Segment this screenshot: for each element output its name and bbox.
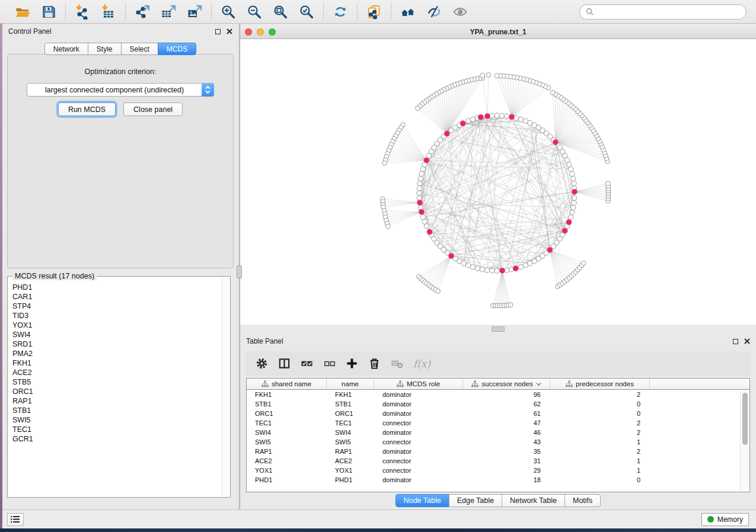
show-graphics-details-button[interactable] — [451, 3, 469, 21]
tab-mcds[interactable]: MCDS — [158, 43, 196, 55]
close-window-icon[interactable] — [245, 28, 252, 36]
networks-home-button[interactable] — [399, 3, 417, 21]
column-header-shared-name[interactable]: shared name — [247, 379, 327, 389]
delete-table-icon — [391, 357, 403, 370]
refresh-layout-button[interactable] — [331, 3, 349, 21]
search-box[interactable] — [579, 4, 747, 20]
table-cell: connector — [374, 457, 463, 464]
clone-network-button[interactable] — [365, 3, 383, 21]
table-cell: RAP1 — [247, 448, 327, 455]
result-node[interactable]: STP4 — [12, 302, 222, 311]
table-row[interactable]: YOX1YOX1connector291 — [247, 466, 749, 475]
table-row[interactable]: TEC1TEC1connector472 — [247, 418, 749, 428]
hide-graphics-details-button[interactable] — [425, 3, 443, 21]
function-builder-button[interactable]: f(x) — [413, 358, 430, 370]
float-table-panel-icon[interactable] — [733, 339, 738, 344]
close-panel-icon[interactable] — [227, 28, 232, 34]
result-node[interactable]: FKH1 — [12, 358, 222, 368]
result-node[interactable]: SWI5 — [12, 415, 222, 425]
close-panel-button[interactable]: Close panel — [123, 102, 183, 116]
zoom-in-button[interactable] — [219, 3, 237, 21]
column-header-name[interactable]: name — [327, 379, 374, 389]
table-cell: dominator — [374, 391, 463, 398]
settings-button[interactable] — [256, 357, 268, 370]
result-node[interactable]: YOX1 — [12, 321, 222, 330]
table-row[interactable]: ACE2ACE2connector311 — [247, 456, 749, 466]
memory-button[interactable]: Memory — [701, 513, 749, 526]
result-node[interactable]: CAR1 — [12, 292, 222, 302]
delete-icon — [368, 357, 381, 370]
result-node[interactable]: RAP1 — [12, 396, 222, 406]
export-table-button[interactable] — [160, 3, 177, 21]
tab-motifs[interactable]: Motifs — [564, 494, 601, 507]
result-node[interactable]: ACE2 — [12, 368, 222, 377]
add-button[interactable] — [346, 357, 358, 370]
network-view-window: YPA_prune.txt_1 — [240, 25, 756, 325]
mcds-result-list[interactable]: PHD1CAR1STP4TID3YOX1SWI4SRD1PMA2FKH1ACE2… — [12, 283, 222, 496]
result-node[interactable]: PHD1 — [12, 283, 222, 292]
import-network-button[interactable] — [74, 3, 91, 21]
tab-node-table[interactable]: Node Table — [395, 494, 449, 507]
result-node[interactable]: ORC1 — [12, 387, 222, 396]
table-row[interactable]: STB1STB1dominator620 — [247, 399, 749, 409]
table-row[interactable]: FKH1FKH1dominator962 — [247, 390, 749, 399]
table-scrollbar[interactable] — [740, 390, 749, 491]
result-node[interactable]: GCR1 — [12, 434, 222, 444]
export-image-button[interactable] — [186, 3, 203, 21]
network-graph[interactable] — [240, 39, 756, 325]
table-scrollbar-thumb[interactable] — [742, 393, 748, 445]
maximize-window-icon[interactable] — [269, 28, 276, 36]
import-table-button[interactable] — [100, 3, 117, 21]
tab-select[interactable]: Select — [121, 43, 158, 55]
column-header-MCDS-role[interactable]: MCDS role — [374, 379, 463, 389]
close-table-panel-icon[interactable] — [744, 338, 750, 344]
select-all-button[interactable] — [301, 357, 313, 370]
result-node[interactable]: TID3 — [12, 311, 222, 321]
criterion-select[interactable]: largest connected component (undirected) — [27, 83, 214, 97]
save-button[interactable] — [40, 3, 58, 21]
table-cell: ACE2 — [327, 457, 374, 464]
zoom-out-button[interactable] — [245, 3, 263, 21]
zoom-selected-button[interactable] — [298, 3, 315, 21]
result-node[interactable]: STB1 — [12, 406, 222, 415]
task-history-button[interactable] — [7, 513, 24, 526]
tab-style[interactable]: Style — [88, 43, 122, 55]
vertical-splitter-grip[interactable] — [237, 265, 242, 278]
result-node[interactable]: PMA2 — [12, 349, 222, 358]
column-label: predecessor nodes — [576, 380, 634, 387]
tab-network-table[interactable]: Network Table — [502, 494, 565, 507]
table-row[interactable]: SWI4SWI4dominator462 — [247, 428, 749, 437]
export-network-button[interactable] — [133, 3, 151, 21]
tab-network[interactable]: Network — [44, 43, 88, 55]
table-row[interactable]: RAP1RAP1dominator352 — [247, 447, 749, 456]
horizontal-splitter[interactable] — [240, 325, 756, 334]
column-header-successor-nodes[interactable]: successor nodes — [463, 379, 550, 389]
horizontal-splitter-grip[interactable] — [492, 326, 505, 332]
float-panel-icon[interactable] — [215, 29, 221, 34]
table-cell: ORC1 — [247, 410, 327, 417]
table-row[interactable]: PHD1PHD1dominator180 — [247, 475, 749, 485]
search-input[interactable] — [597, 8, 740, 16]
zoom-fit-button[interactable] — [272, 3, 289, 21]
network-canvas[interactable] — [240, 39, 756, 325]
table-cell: FKH1 — [247, 391, 327, 398]
result-node[interactable]: STB5 — [12, 377, 222, 387]
tab-edge-table[interactable]: Edge Table — [449, 494, 502, 507]
open-folder-button[interactable] — [14, 3, 31, 21]
deselect-all-button[interactable] — [323, 357, 336, 370]
result-scrollbar[interactable] — [222, 277, 229, 496]
columns-button[interactable] — [278, 357, 291, 370]
zoom-selected-icon — [299, 4, 314, 20]
table-row[interactable]: SWI5SWI5connector431 — [247, 437, 749, 447]
network-view-titlebar[interactable]: YPA_prune.txt_1 — [240, 25, 756, 39]
result-node[interactable]: TEC1 — [12, 425, 222, 434]
result-node[interactable]: SRD1 — [12, 339, 222, 349]
result-node[interactable]: SWI4 — [12, 330, 222, 339]
run-mcds-button[interactable]: Run MCDS — [58, 102, 116, 116]
export-image-icon — [187, 4, 202, 20]
delete-table-button[interactable] — [391, 357, 403, 370]
table-row[interactable]: ORC1ORC1dominator610 — [247, 409, 749, 418]
minimize-window-icon[interactable] — [257, 28, 264, 36]
delete-button[interactable] — [368, 357, 381, 370]
column-header-predecessor-nodes[interactable]: predecessor nodes — [550, 379, 650, 389]
